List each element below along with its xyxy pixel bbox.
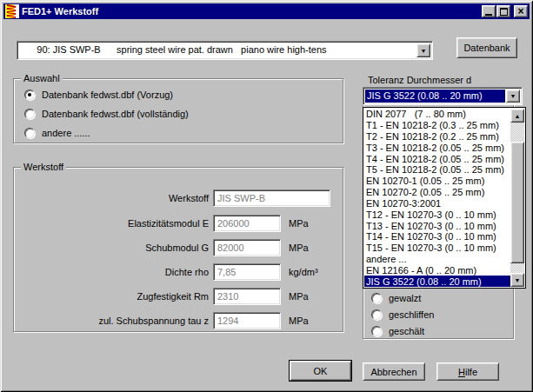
radio-icon	[24, 128, 35, 138]
field-unit: MPa	[289, 218, 309, 229]
list-item[interactable]: EN 10270-1 (0.05 .. 25 mm)	[364, 176, 510, 187]
list-item[interactable]: T14 - EN 10270-3 (0 .. 10 mm)	[364, 231, 510, 243]
toleranz-combobox[interactable]: JIS G 3522 (0.08 .. 20 mm) ▼	[363, 87, 523, 105]
list-item[interactable]: andere ...	[364, 254, 510, 265]
maximize-icon	[500, 8, 508, 16]
chevron-down-icon: ▼	[510, 93, 516, 99]
schubspannung-field[interactable]: 1294	[213, 312, 281, 329]
ok-button[interactable]: OK	[289, 360, 352, 382]
list-item[interactable]: T12 - EN 10270-3 (0 .. 10 mm)	[364, 209, 510, 220]
window-title: FED1+ Werkstoff	[20, 6, 481, 17]
radio-icon	[371, 293, 382, 303]
toleranz-combobox-dropdown-button[interactable]: ▼	[506, 90, 520, 103]
field-row-dichte: Dichte rho 7,85 kg/dm³	[26, 262, 318, 281]
field-row-gmodul: Schubmodul G 82000 MPa	[26, 238, 309, 256]
radio-label: geschält	[389, 326, 424, 336]
toleranz-label: Toleranz Durchmesser d	[368, 75, 471, 85]
chevron-down-icon: ▼	[515, 277, 521, 283]
radio-geschliffen[interactable]: geschliffen	[371, 309, 434, 320]
chevron-up-icon: ▲	[515, 113, 521, 119]
radio-datenbank-vorzug[interactable]: Datenbank fedwst.dbf (Vorzug)	[24, 89, 173, 100]
chevron-down-icon: ▼	[421, 48, 427, 54]
list-item[interactable]: EN 12166 - A (0 .. 20 mm)	[364, 264, 510, 276]
list-item[interactable]: DIN 2077 (7 .. 80 mm)	[364, 109, 510, 120]
werkstoff-field[interactable]: JIS SWP-B	[213, 189, 330, 207]
emodul-field[interactable]: 206000	[213, 215, 281, 232]
field-label: Dichte rho	[26, 267, 209, 277]
titlebar[interactable]: FED1+ Werkstoff ×	[3, 3, 530, 19]
list-item[interactable]: T1 - EN 10218-2 (0.3 .. 25 mm)	[364, 120, 510, 131]
field-unit: MPa	[289, 243, 309, 253]
radio-icon	[24, 90, 35, 100]
field-row-emodul: Elastizitätsmodul E 206000 MPa	[26, 214, 309, 232]
list-item[interactable]: EN 10270-3:2001	[364, 198, 510, 209]
radio-label: Datenbank fedwst.dbf (Vorzug)	[42, 90, 173, 100]
close-button[interactable]: ×	[514, 5, 528, 17]
zugfestigkeit-field[interactable]: 2310	[213, 288, 281, 305]
radio-datenbank-vollstaendig[interactable]: Datenbank fedwst.dbf (vollständig)	[24, 108, 189, 119]
field-label: Elastizitätsmodul E	[26, 218, 209, 229]
material-combobox-value: 90: JIS SWP-B spring steel wire pat. dra…	[17, 42, 432, 57]
dichte-field[interactable]: 7,85	[213, 263, 281, 281]
field-label: Zugfestigkeit Rm	[26, 291, 209, 302]
datenbank-button[interactable]: Datenbank	[456, 37, 517, 58]
field-unit: MPa	[289, 316, 309, 326]
auswahl-group-title: Auswahl	[21, 73, 63, 83]
help-label-rest: ilfe	[465, 367, 477, 377]
list-item[interactable]: T15 - EN 10270-3 (0 .. 10 mm)	[364, 243, 510, 254]
minimize-button[interactable]	[482, 5, 496, 17]
toleranz-list-items: DIN 2077 (7 .. 80 mm) T1 - EN 10218-2 (0…	[364, 109, 510, 287]
material-combobox[interactable]: 90: JIS SWP-B spring steel wire pat. dra…	[17, 41, 433, 60]
minimize-icon	[485, 7, 492, 16]
radio-icon	[371, 309, 382, 320]
scroll-up-button[interactable]: ▲	[510, 109, 524, 123]
list-item[interactable]: T5 - EN 10218-2 (0.05 .. 25 mm)	[364, 164, 510, 176]
scrollbar-thumb[interactable]	[510, 142, 524, 263]
field-row-werkstoff: Werkstoff JIS SWP-B	[26, 189, 338, 207]
field-label: Schubmodul G	[26, 243, 209, 253]
field-label: Werkstoff	[26, 193, 209, 203]
cancel-button[interactable]: Abbrechen	[363, 362, 425, 381]
list-item-selected[interactable]: JIS G 3522 (0.08 .. 20 mm)	[364, 276, 510, 287]
radio-icon	[371, 326, 382, 336]
werkstoff-dialog: FED1+ Werkstoff × 90: JIS SWP-B spring s…	[0, 0, 533, 392]
list-scrollbar[interactable]: ▲ ▼	[510, 109, 524, 287]
maximize-button[interactable]	[496, 5, 510, 17]
help-button[interactable]: Hilfe	[436, 362, 499, 381]
list-item[interactable]: T2 - EN 10218-2 (0.2 .. 25 mm)	[364, 131, 510, 143]
field-row-schubspannung: zul. Schubspannung tau z 1294 MPa	[26, 311, 309, 329]
list-item[interactable]: T4 - EN 10218-2 (0.05 .. 25 mm)	[364, 153, 510, 164]
list-item[interactable]: EN 10270-2 (0.05 .. 25 mm)	[364, 187, 510, 198]
close-icon: ×	[517, 7, 523, 16]
radio-andere[interactable]: andere ......	[24, 127, 90, 138]
toleranz-combobox-value: JIS G 3522 (0.08 .. 20 mm)	[365, 90, 505, 103]
radio-label: andere ......	[42, 128, 90, 138]
field-unit: MPa	[289, 291, 309, 302]
material-combobox-dropdown-button[interactable]: ▼	[416, 43, 430, 57]
ok-button-face[interactable]: OK	[290, 361, 351, 381]
scroll-down-button[interactable]: ▼	[510, 273, 524, 287]
field-unit: kg/dm³	[289, 267, 318, 277]
help-label-underlined: H	[458, 367, 465, 377]
toleranz-dropdown-list: DIN 2077 (7 .. 80 mm) T1 - EN 10218-2 (0…	[363, 107, 526, 289]
list-item[interactable]: T3 - EN 10218-2 (0.05 .. 25 mm)	[364, 142, 510, 153]
radio-label: gewalzt	[389, 293, 421, 303]
field-row-zugfestigkeit: Zugfestigkeit Rm 2310 MPa	[26, 287, 309, 305]
radio-icon	[24, 109, 35, 119]
radio-label: geschliffen	[389, 309, 434, 320]
werkstoff-group-title: Werkstoff	[21, 162, 66, 172]
app-spring-icon	[5, 4, 19, 18]
gmodul-field[interactable]: 82000	[213, 239, 281, 256]
list-item[interactable]: T13 - EN 10270-3 (0 .. 10 mm)	[364, 220, 510, 231]
radio-geschaelt[interactable]: geschält	[371, 325, 424, 336]
radio-label: Datenbank fedwst.dbf (vollständig)	[42, 109, 189, 119]
field-label: zul. Schubspannung tau z	[26, 316, 209, 326]
radio-gewalzt[interactable]: gewalzt	[371, 292, 421, 303]
